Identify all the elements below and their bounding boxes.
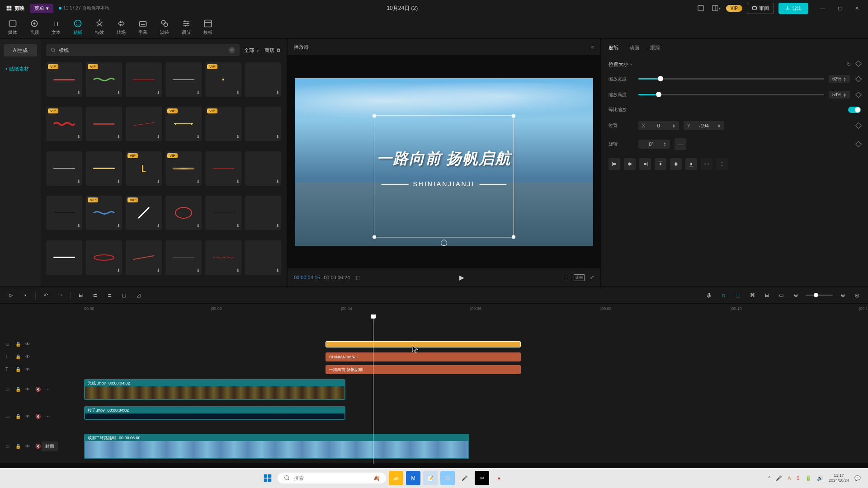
position-x-input[interactable]: X0▲▼	[638, 121, 679, 130]
align-center-v-button[interactable]	[670, 158, 682, 170]
download-icon[interactable]: ⬇	[196, 268, 200, 273]
tray-mic-icon[interactable]: 🎤	[776, 475, 782, 481]
sticker-item[interactable]: VIP⬇	[165, 151, 202, 186]
download-icon[interactable]: ⬇	[156, 268, 160, 273]
sticker-track-icon[interactable]: ☺	[5, 342, 11, 347]
lock-icon[interactable]: 🔒	[15, 387, 21, 392]
sticker-item[interactable]: VIP⬇	[46, 62, 82, 97]
link-icon[interactable]: ⬚	[733, 291, 742, 300]
sticker-item[interactable]: ⬇	[126, 107, 162, 141]
sticker-item[interactable]: VIP⬇	[126, 196, 162, 230]
sidebar-sticker-material[interactable]: 贴纸素材	[4, 63, 37, 75]
text-clip[interactable]: 一路向前 扬帆启航	[326, 365, 521, 374]
download-icon[interactable]: ⬇	[276, 179, 279, 184]
sticker-item[interactable]: ⬇	[86, 151, 122, 186]
jianying-icon[interactable]: ✂	[475, 471, 489, 485]
lock-icon[interactable]: 🔒	[15, 367, 21, 372]
tray-battery-icon[interactable]: 🔋	[805, 475, 811, 481]
rotation-input[interactable]: 0°▲▼	[638, 140, 670, 149]
align-left-button[interactable]	[609, 158, 620, 170]
explorer-icon[interactable]: 📁	[389, 471, 403, 485]
prop-tab-sticker[interactable]: 贴纸	[609, 44, 618, 53]
filter-all-button[interactable]: 全部	[244, 47, 260, 54]
tray-volume-icon[interactable]: 🔊	[817, 475, 823, 481]
export-button[interactable]: 导出	[778, 3, 808, 14]
split-left-button[interactable]: ⊏	[90, 291, 99, 300]
video-clip[interactable]: 粒子.mov00:00:04:02	[84, 406, 345, 420]
taskbar-search[interactable]: 🍂	[278, 473, 386, 483]
visibility-icon[interactable]: 👁	[25, 342, 31, 347]
selection-tool[interactable]: ▷	[6, 291, 15, 300]
notepad-icon[interactable]: 📝	[423, 471, 438, 485]
timeline-tracks[interactable]: ☺🔒👁 T🔒👁 SHINIANJIANJI T🔒👁 一路向前 扬帆启航 ▭🔒👁🔇…	[0, 314, 868, 464]
tab-adjust[interactable]: 调节	[182, 19, 191, 36]
video-track-icon[interactable]: ▭	[5, 444, 11, 449]
menu-button[interactable]: 菜单▾	[30, 4, 53, 13]
download-icon[interactable]: ⬇	[236, 179, 240, 184]
fullscreen-icon[interactable]: ⤢	[590, 274, 594, 281]
layout-icon[interactable]	[695, 3, 706, 14]
sticker-item[interactable]: ⬇	[86, 240, 122, 275]
visibility-icon[interactable]: 👁	[25, 354, 31, 360]
tab-subtitle[interactable]: 字幕	[138, 19, 147, 36]
sticker-item[interactable]: ⬇	[126, 62, 162, 97]
download-icon[interactable]: ⬇	[117, 179, 120, 184]
framing-icon[interactable]: ⛶	[563, 274, 568, 281]
lock-icon[interactable]: 🔒	[15, 444, 21, 449]
download-icon[interactable]: ⬇	[236, 268, 240, 273]
search-box[interactable]: ✕	[46, 44, 240, 56]
align-right-button[interactable]	[639, 158, 651, 170]
mic-icon[interactable]	[704, 291, 713, 300]
position-y-input[interactable]: Y-194▲▼	[684, 121, 724, 130]
close-icon[interactable]: ✕	[852, 3, 863, 14]
cover-button[interactable]: 封面	[42, 441, 58, 451]
preview-canvas[interactable]: 一路向前 扬帆启航 SHINIANJIANJI	[288, 55, 600, 268]
tab-template[interactable]: 模板	[203, 19, 212, 36]
maximize-icon[interactable]: ◻	[835, 3, 845, 14]
scale-h-value[interactable]: 54%▲▼	[829, 91, 850, 99]
preview-menu-icon[interactable]: ≡	[591, 44, 594, 50]
download-icon[interactable]: ⬇	[276, 268, 279, 273]
sticker-item[interactable]: ⬇	[205, 196, 241, 230]
text-track-icon[interactable]: T	[5, 367, 11, 372]
split-right-button[interactable]: ⊐	[105, 291, 114, 300]
delete-button[interactable]: ▢	[119, 291, 128, 300]
chain-icon[interactable]: ⌘	[748, 291, 757, 300]
keyframe-button[interactable]	[855, 122, 862, 129]
download-icon[interactable]: ⬇	[117, 134, 120, 139]
tab-filter[interactable]: 滤镜	[160, 19, 169, 36]
prop-tab-animation[interactable]: 动画	[629, 44, 639, 53]
sticker-item[interactable]: VIP⬇	[46, 107, 82, 141]
download-icon[interactable]: ⬇	[236, 90, 240, 95]
download-icon[interactable]: ⬇	[236, 223, 240, 228]
sticker-clip[interactable]	[326, 341, 521, 347]
redo-button[interactable]: ↷	[56, 291, 65, 300]
timeline-ruler[interactable]: 00:00 |00:02 |00:04 |00:06 |00:08 |00:10…	[0, 304, 868, 314]
record-icon[interactable]: ●	[492, 471, 506, 485]
download-icon[interactable]: ⬇	[276, 223, 279, 228]
sticker-item[interactable]: VIP⬇	[86, 62, 122, 97]
reset-icon[interactable]: ↻	[847, 61, 851, 67]
sticker-item[interactable]: ⬇	[46, 151, 82, 186]
download-icon[interactable]: ⬇	[77, 90, 80, 95]
sticker-item[interactable]: ⬇	[165, 196, 202, 230]
sticker-item[interactable]: ⬇	[165, 62, 202, 97]
rotate-handle[interactable]	[441, 239, 447, 245]
ratio-toggle[interactable]	[848, 107, 861, 113]
keyframe-button[interactable]	[855, 75, 862, 82]
download-icon[interactable]: ⬇	[196, 179, 200, 184]
tray-chevron-icon[interactable]: ^	[768, 475, 770, 481]
notification-icon[interactable]: 💬	[854, 475, 861, 481]
selection-dropdown[interactable]: ▾	[21, 291, 30, 300]
visibility-icon[interactable]: 👁	[25, 367, 31, 372]
split-button[interactable]: ⊟	[76, 291, 85, 300]
browser-icon[interactable]: M	[406, 471, 420, 485]
taskbar-search-input[interactable]	[294, 475, 370, 481]
lock-icon[interactable]: 🔒	[15, 342, 21, 347]
zoom-out-button[interactable]: ⊖	[791, 291, 800, 300]
keyframe-button[interactable]	[855, 141, 862, 147]
download-icon[interactable]: ⬇	[276, 90, 279, 95]
magnet-icon[interactable]: ⎍	[719, 291, 728, 300]
download-icon[interactable]: ⬇	[156, 134, 160, 139]
scale-h-slider[interactable]	[638, 94, 824, 95]
